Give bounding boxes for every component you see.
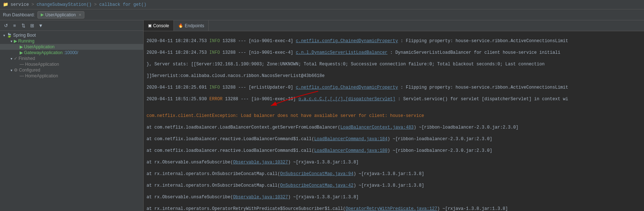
sidebar-toolbar: ↺ ≡ ⇅ ⊞ ▼ <box>0 20 143 31</box>
tab-endpoints-label: Endpoints <box>185 23 204 28</box>
endpoints-tab-icon: 🔥 <box>178 23 183 28</box>
folder-icon: 📁 <box>3 2 8 7</box>
breadcrumb-arrow: > <box>94 2 97 7</box>
tree-item-homeapplication[interactable]: — HomeApplication <box>0 73 143 79</box>
tree-item-springboot[interactable]: 🍃 Spring Boot <box>0 32 143 38</box>
log-stack-7: at rx.Observable.unsafeSubscribe(Observa… <box>147 194 641 200</box>
running-icon: ▶ <box>14 38 17 44</box>
log-stack-2: at com.netflix.loadbalancer.reactive.Loa… <box>147 136 641 142</box>
log-line-2: 2020-04-11 18:28:24.753 INFO 13288 --- [… <box>147 49 641 56</box>
tree-arrow-configured <box>9 68 14 72</box>
log-line-4: ]]ServerList:com.alibaba.cloud.nacos.rib… <box>147 73 641 79</box>
tab-console-label: Console <box>153 23 169 28</box>
run-tab-label: UserApplication <box>45 12 76 17</box>
tree-item-userapplication[interactable]: ▶ UserApplication <box>0 44 143 50</box>
breadcrumb-method2[interactable]: callback for get() <box>99 2 147 7</box>
run-tab-icon: ▶ <box>41 12 44 17</box>
tree-label-springboot: Spring Boot <box>13 33 36 38</box>
breadcrumb-service: service <box>11 2 29 7</box>
tree-item-houseapplication[interactable]: — HouseApplication <box>0 61 143 67</box>
main-layout: ↺ ≡ ⇅ ⊞ ▼ 🍃 Spring Boot ▶ Running <box>0 20 644 211</box>
finished-icon: ✓ <box>14 56 17 61</box>
tree-label-running: Running <box>18 38 35 44</box>
log-stack-4: at rx.Observable.unsafeSubscribe(Observa… <box>147 159 641 166</box>
toolbar-filter-btn[interactable]: ▼ <box>37 22 44 29</box>
tree-label-gateway-port: :10000/ <box>64 50 78 55</box>
tab-console[interactable]: ▣ Console <box>144 20 174 31</box>
log-exception-main: com.netflix.client.ClientException: Load… <box>147 113 641 119</box>
spring-icon: 🍃 <box>7 33 12 38</box>
toolbar-layout-btn[interactable]: ⊞ <box>28 22 36 29</box>
log-line-6: 2020-04-11 18:51:25.930 ERROR 13288 --- … <box>147 96 641 102</box>
log-stack-1: at com.netflix.loadbalancer.LoadBalancer… <box>147 124 641 131</box>
log-line-5: 2020-04-11 18:28:25.691 INFO 13288 --- [… <box>147 84 641 91</box>
tree-label-homeapplication: HomeApplication <box>25 73 58 78</box>
tree-label-configured: Configured <box>19 68 40 73</box>
tree-label-finished: Finished <box>19 56 35 61</box>
log-stack-3: at com.netflix.loadbalancer.reactive.Loa… <box>147 147 641 154</box>
tree-arrow-running <box>9 39 14 43</box>
userapplication-icon: ▶ <box>20 44 23 49</box>
log-stack-6: at rx.internal.operators.OnSubscribeConc… <box>147 182 641 189</box>
run-tab-userapplication[interactable]: ▶ UserApplication × <box>37 11 84 19</box>
breadcrumb-method1[interactable]: changeSubwayStation() <box>37 2 92 7</box>
tree-arrow-springboot <box>1 33 7 37</box>
gatewayapplication-icon: ▶ <box>20 50 23 55</box>
tree-label-houseapplication: HouseApplication <box>25 62 59 67</box>
tree-item-running[interactable]: ▶ Running <box>0 38 143 44</box>
tree-item-configured[interactable]: ⚙ Configured <box>0 67 143 73</box>
configured-icon: ⚙ <box>14 68 18 73</box>
toolbar-refresh-btn[interactable]: ↺ <box>2 22 9 29</box>
log-stack-8: at rx.internal.operators.OperatorRetryWi… <box>147 206 641 211</box>
tree-item-gatewayapplication[interactable]: ▶ GatewayApplication :10000/ <box>0 50 143 56</box>
console-tab-icon: ▣ <box>148 23 152 28</box>
run-dashboard-label: Run Dashboard: <box>3 12 35 17</box>
breadcrumb-sep1: > <box>31 2 34 7</box>
toolbar-sort-btn[interactable]: ⇅ <box>20 22 27 29</box>
sidebar: ↺ ≡ ⇅ ⊞ ▼ 🍃 Spring Boot ▶ Running <box>0 20 144 211</box>
tree-label-gatewayapplication: GatewayApplication <box>24 50 63 55</box>
run-dashboard-bar: Run Dashboard: ▶ UserApplication × <box>0 9 644 20</box>
tree-item-finished[interactable]: ✓ Finished <box>0 56 143 61</box>
breadcrumb-bar: 📁 service > changeSubwayStation() > call… <box>0 0 644 9</box>
toolbar-list-btn[interactable]: ≡ <box>11 22 18 29</box>
log-stack-5: at rx.internal.operators.OnSubscribeConc… <box>147 171 641 177</box>
log-line-1: 2020-04-11 18:28:24.753 INFO 13288 --- [… <box>147 38 641 44</box>
houseapplication-icon: — <box>20 62 24 67</box>
homeapplication-icon: — <box>20 73 24 78</box>
right-panel: ▣ Console 🔥 Endpoints 2020-04-11 18:28:2… <box>144 20 644 211</box>
console-output[interactable]: 2020-04-11 18:28:24.753 INFO 13288 --- [… <box>144 31 644 211</box>
tree-label-userapplication: UserApplication <box>24 44 55 49</box>
run-tab-close[interactable]: × <box>79 12 81 17</box>
log-line-3: }, Server stats: [[Server:192.168.1.100:… <box>147 61 641 68</box>
tab-endpoints[interactable]: 🔥 Endpoints <box>174 20 209 31</box>
run-tree: 🍃 Spring Boot ▶ Running ▶ UserApplicatio… <box>0 31 143 211</box>
tabs-bar: ▣ Console 🔥 Endpoints <box>144 20 644 31</box>
tree-arrow-finished <box>9 57 14 61</box>
